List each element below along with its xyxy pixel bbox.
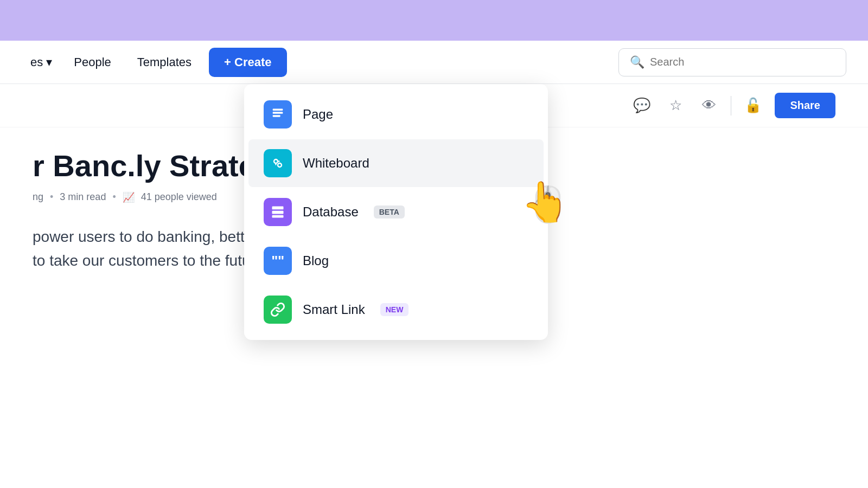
chevron-down-icon[interactable]: ▾ xyxy=(46,55,52,69)
database-label: Database xyxy=(303,204,359,220)
smartlink-label: Smart Link xyxy=(303,302,365,317)
page-icon xyxy=(264,100,292,129)
dropdown-item-whiteboard[interactable]: Whiteboard xyxy=(248,139,544,187)
nav-item-templates[interactable]: Templates xyxy=(124,51,205,74)
search-box[interactable]: 🔍 xyxy=(618,48,846,76)
svg-rect-0 xyxy=(273,109,283,111)
svg-text:": " xyxy=(278,253,284,268)
svg-rect-1 xyxy=(273,112,283,114)
new-badge: NEW xyxy=(380,303,409,316)
search-input[interactable] xyxy=(650,56,835,68)
blog-label: Blog xyxy=(303,253,329,268)
author-name: ng xyxy=(33,191,43,203)
navbar: es ▾ People Templates + Create 🔍 xyxy=(0,41,868,84)
meta-dot-1: • xyxy=(50,191,53,203)
nav-right: 🔍 xyxy=(618,48,846,76)
viewers-count: 41 people viewed xyxy=(141,191,217,203)
blog-icon: " " xyxy=(264,247,292,275)
top-banner xyxy=(0,0,868,41)
whiteboard-icon xyxy=(264,149,292,177)
nav-left: es ▾ People Templates + Create xyxy=(22,48,287,77)
svg-rect-9 xyxy=(272,215,284,218)
database-icon xyxy=(264,198,292,226)
create-button[interactable]: + Create xyxy=(209,48,286,77)
body-line-2: to take our customers to the future. xyxy=(33,252,268,269)
star-icon[interactable]: ☆ xyxy=(663,94,687,118)
nav-item-pages[interactable]: es ▾ xyxy=(22,51,61,74)
svg-point-3 xyxy=(274,159,278,163)
meta-dot-2: • xyxy=(112,191,116,203)
svg-rect-2 xyxy=(273,115,280,117)
create-dropdown: Page Whiteboard Database BETA xyxy=(244,84,548,340)
dropdown-item-page[interactable]: Page xyxy=(248,91,544,138)
dropdown-item-database[interactable]: Database BETA xyxy=(248,188,544,236)
pages-label: es xyxy=(30,55,43,69)
share-button[interactable]: Share xyxy=(775,93,835,118)
toolbar-divider xyxy=(731,96,731,115)
comment-icon[interactable]: 💬 xyxy=(630,94,654,118)
nav-item-people[interactable]: People xyxy=(61,51,124,74)
svg-rect-7 xyxy=(272,207,284,210)
svg-text:": " xyxy=(271,253,278,268)
watch-icon[interactable]: 👁 xyxy=(697,94,721,118)
lock-icon[interactable]: 🔓 xyxy=(741,94,765,118)
search-icon: 🔍 xyxy=(630,55,644,69)
dropdown-item-smartlink[interactable]: Smart Link NEW xyxy=(248,286,544,333)
page-label: Page xyxy=(303,107,333,122)
smartlink-icon xyxy=(264,296,292,324)
doc-toolbar-right: 💬 ☆ 👁 🔓 Share xyxy=(630,93,835,118)
svg-point-4 xyxy=(278,163,282,167)
whiteboard-label: Whiteboard xyxy=(303,156,369,171)
dropdown-item-blog[interactable]: " " Blog xyxy=(248,237,544,285)
trend-icon: 📈 xyxy=(123,191,135,203)
beta-badge: BETA xyxy=(374,206,405,219)
read-time: 3 min read xyxy=(60,191,106,203)
svg-rect-8 xyxy=(272,211,284,214)
